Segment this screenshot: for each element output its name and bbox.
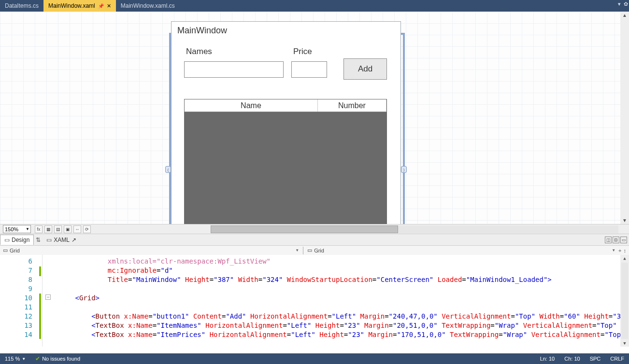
check-icon: ✔: [35, 355, 40, 362]
design-icon: ▭: [4, 237, 10, 243]
add-button-label: Add: [358, 64, 372, 74]
status-indent[interactable]: SPC: [585, 356, 606, 362]
vertical-scrollbar-designer[interactable]: ▲ ▼: [620, 12, 629, 224]
xaml-code-editor[interactable]: 6 7 8 9 10 11 12 13 14 − xmlns:local="cl…: [0, 255, 629, 347]
xaml-icon: ▭: [46, 237, 52, 243]
refresh-icon[interactable]: ⟳: [83, 225, 91, 233]
design-tab[interactable]: ▭ Design: [0, 235, 34, 245]
listview[interactable]: Name Number: [184, 99, 387, 224]
breadcrumb-right[interactable]: ▭ Grid: [304, 247, 612, 253]
snap-icon[interactable]: ▣: [64, 225, 71, 233]
tab-dataitems[interactable]: DataItems.cs: [0, 0, 43, 12]
scroll-down-icon[interactable]: ▼: [620, 217, 629, 224]
nav-plus-icon[interactable]: +: [618, 248, 623, 253]
xaml-tab-label: XAML: [54, 237, 70, 243]
chevron-down-icon[interactable]: ▼: [612, 248, 618, 252]
xaml-breadcrumb-bar: ▭ Grid ▼ ▭ Grid ▼ + ↕: [0, 245, 629, 255]
tab-overflow-dropdown[interactable]: ▾: [618, 1, 621, 7]
line-number-gutter: 6 7 8 9 10 11 12 13 14: [0, 255, 43, 347]
code-content[interactable]: xmlns:local="clr-namespace:Wpf_ListView"…: [43, 255, 629, 347]
effects-toggle-icon[interactable]: fx: [35, 225, 43, 233]
tab-mainwindow-xaml-cs[interactable]: MainWindow.xaml.cs: [116, 0, 180, 12]
zoom-value: 150%: [5, 226, 18, 232]
breadcrumb-right-label: Grid: [314, 248, 324, 253]
scroll-up-icon[interactable]: ▲: [620, 255, 629, 262]
status-col[interactable]: Ch: 10: [559, 356, 585, 362]
chevron-down-icon[interactable]: ▼: [295, 248, 302, 252]
container-icon: ▭: [3, 247, 8, 253]
line-number: 11: [0, 303, 32, 312]
status-line[interactable]: Ln: 10: [535, 356, 560, 362]
add-button[interactable]: Add: [343, 58, 387, 80]
tab-label: MainWindow.xaml: [48, 2, 95, 9]
vertical-scrollbar-code[interactable]: ▲ ▼: [620, 255, 629, 347]
line-number: 13: [0, 321, 32, 330]
wpf-window-preview[interactable]: MainWindow Names Price Add Name Number: [171, 21, 401, 224]
design-tab-label: Design: [12, 237, 29, 243]
container-icon: ▭: [307, 247, 312, 253]
designer-toolbar: 150% ▼ fx ▦ ▤ ▣ ↔ ⟳: [0, 224, 629, 234]
collapse-pane-icon[interactable]: ▭: [620, 237, 627, 243]
horizontal-scrollbar-designer[interactable]: [211, 225, 618, 233]
textbox-item-names[interactable]: [184, 61, 284, 78]
breadcrumb-left[interactable]: ▭ Grid: [0, 247, 23, 253]
listview-header: Name Number: [185, 99, 386, 112]
split-vertical-icon[interactable]: ◫: [605, 237, 612, 243]
auto-size-icon[interactable]: ↔: [73, 225, 81, 233]
listview-col-number[interactable]: Number: [318, 99, 386, 112]
line-number: 14: [0, 330, 32, 339]
xaml-tab[interactable]: ▭ XAML ↗: [43, 235, 80, 245]
status-bar: 115 %▼ ✔No issues found Ln: 10 Ch: 10 SP…: [0, 353, 629, 364]
tab-label: DataItems.cs: [5, 2, 39, 9]
design-canvas[interactable]: ⌒ ( ) MainWindow Names Price Add Name Nu…: [0, 12, 629, 224]
close-icon[interactable]: ✕: [107, 3, 111, 9]
scroll-down-icon[interactable]: ▼: [620, 340, 629, 347]
status-issues[interactable]: ✔No issues found: [30, 355, 85, 362]
scroll-thumb[interactable]: [211, 225, 398, 233]
tab-mainwindow-xaml[interactable]: MainWindow.xaml 📌 ✕: [43, 0, 116, 12]
zoom-combo[interactable]: 150% ▼: [3, 225, 31, 233]
breadcrumb-left-label: Grid: [10, 248, 20, 253]
tab-settings-icon[interactable]: ✿: [624, 1, 628, 7]
label-price: Price: [293, 47, 312, 56]
code-fold-toggle[interactable]: −: [45, 294, 51, 300]
line-number: 9: [0, 284, 32, 294]
status-lineending[interactable]: CRLF: [605, 356, 629, 362]
tab-label: MainWindow.xaml.cs: [121, 2, 175, 9]
scroll-up-icon[interactable]: ▲: [620, 12, 629, 19]
designer-pane: ⌒ ( ) MainWindow Names Price Add Name Nu…: [0, 12, 629, 234]
pin-icon[interactable]: 📌: [98, 3, 104, 9]
breadcrumb-divider: [303, 247, 303, 254]
gridlines-icon[interactable]: ▤: [54, 225, 62, 233]
modified-marker: [39, 266, 41, 276]
scroll-track[interactable]: [621, 263, 628, 339]
label-names: Names: [186, 47, 212, 56]
chevron-down-icon: ▼: [26, 227, 30, 231]
line-number: 7: [0, 266, 32, 275]
modified-marker: [39, 294, 41, 339]
popout-icon[interactable]: ↗: [71, 237, 76, 243]
split-horizontal-icon[interactable]: ⊟: [613, 237, 619, 243]
swap-panes-icon[interactable]: ⇅: [34, 237, 43, 243]
nav-split-icon[interactable]: ↕: [624, 248, 629, 253]
document-tabbar: DataItems.cs MainWindow.xaml 📌 ✕ MainWin…: [0, 0, 629, 12]
textbox-item-prices[interactable]: [291, 61, 327, 78]
line-number: 8: [0, 275, 32, 284]
status-zoom[interactable]: 115 %▼: [0, 356, 30, 362]
window-title: MainWindow: [172, 22, 400, 39]
line-number: 6: [0, 257, 32, 266]
grid-snap-icon[interactable]: ▦: [44, 225, 52, 233]
listview-col-name[interactable]: Name: [185, 99, 318, 112]
split-mode-bar: ▭ Design ⇅ ▭ XAML ↗ ◫ ⊟ ▭: [0, 234, 629, 245]
line-number: 12: [0, 312, 32, 321]
line-number: 10: [0, 294, 32, 303]
